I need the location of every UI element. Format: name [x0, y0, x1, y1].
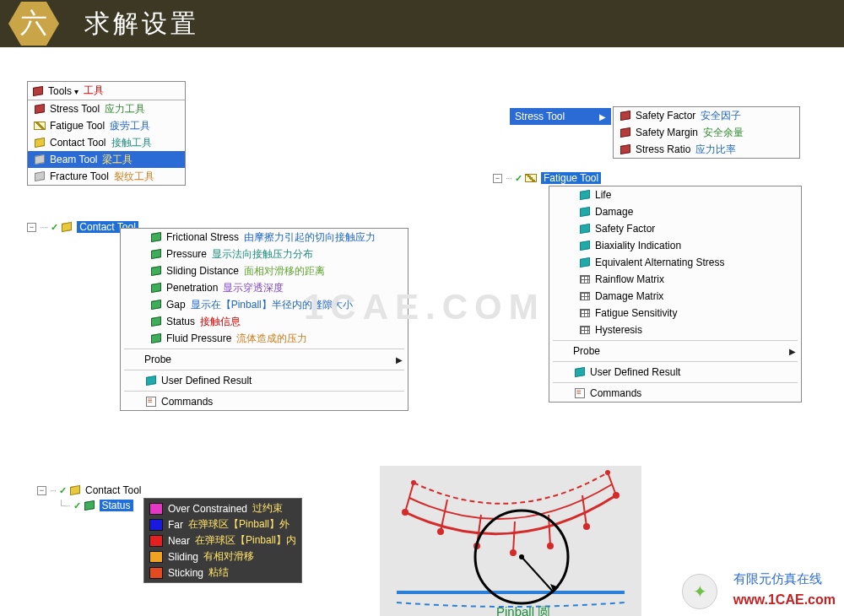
- stress-tool-submenu-header[interactable]: Stress Tool ▶: [510, 108, 611, 125]
- contact-menu-status[interactable]: Status接触信息: [144, 313, 408, 330]
- fatigue-safety-factor[interactable]: Safety Factor: [573, 220, 801, 237]
- fatigue-menu-probe[interactable]: Probe ▶: [549, 343, 801, 359]
- legend-sticking: Sticking粘结: [146, 565, 300, 581]
- check-icon: ✓: [515, 173, 522, 184]
- item-annotation: 流体造成的压力: [236, 332, 307, 346]
- cube-icon: [149, 316, 163, 327]
- legend-annotation: 在弹球区【Pinball】外: [188, 517, 289, 532]
- svg-point-18: [605, 470, 610, 475]
- contact-menu-frictional-stress[interactable]: Frictional Stress由摩擦力引起的切向接触应力: [144, 229, 408, 246]
- chevron-right-icon: ▶: [599, 112, 606, 122]
- cube-icon: [619, 143, 632, 155]
- stress-safety-factor[interactable]: Safety Factor安全因子: [614, 107, 799, 124]
- tools-dropdown-header[interactable]: Tools 工具: [28, 82, 185, 100]
- tools-dropdown[interactable]: Tools 工具 Stress Tool 应力工具 Fatigue Tool 疲…: [27, 81, 186, 186]
- contact-menu-probe[interactable]: Probe ▶: [121, 351, 408, 368]
- cube-icon: [619, 127, 632, 138]
- fracture-icon: [33, 170, 46, 182]
- item-label: User Defined Result: [590, 366, 680, 378]
- chart-icon: [578, 324, 592, 336]
- item-label: Fatigue Sensitivity: [595, 307, 677, 319]
- tools-item-contact[interactable]: Contact Tool 接触工具: [28, 134, 185, 151]
- tools-item-fatigue[interactable]: Fatigue Tool 疲劳工具: [28, 117, 185, 134]
- item-annotation: 接触工具: [111, 136, 152, 150]
- item-annotation: 应力工具: [105, 102, 145, 116]
- item-label: Probe: [573, 345, 600, 357]
- fatigue-eq-alt-stress[interactable]: Equivalent Alternating Stress: [573, 254, 801, 271]
- item-annotation: 梁工具: [102, 153, 133, 167]
- item-label: Equivalent Alternating Stress: [595, 257, 724, 268]
- contact-menu-commands[interactable]: Commands: [121, 393, 408, 410]
- tree-label-fatigue-tool[interactable]: Fatigue Tool: [541, 172, 601, 184]
- contact-icon: [60, 221, 73, 233]
- tree-label-status[interactable]: Status: [100, 500, 133, 511]
- wechat-icon: ✦: [682, 574, 717, 609]
- contact-menu-sliding-distance[interactable]: Sliding Distance面相对滑移的距离: [144, 262, 408, 279]
- legend-annotation: 粘结: [208, 565, 229, 580]
- cube-icon: [33, 103, 46, 115]
- contact-menu-pressure[interactable]: Pressure显示法向接触压力分布: [144, 246, 408, 262]
- tools-item-stress[interactable]: Stress Tool 应力工具: [28, 100, 185, 117]
- fatigue-damage[interactable]: Damage: [573, 203, 801, 220]
- item-label: Beam Tool: [50, 154, 97, 165]
- item-label: Safety Factor: [636, 110, 695, 122]
- tree-collapse-icon[interactable]: −: [27, 223, 36, 232]
- footer-brand-cn: 有限元仿真在线: [733, 571, 822, 587]
- status-legend: Over Constrained过约束 Far在弹球区【Pinball】外 Ne…: [143, 498, 302, 583]
- item-label: Stress Tool: [50, 103, 100, 115]
- commands-icon: [144, 396, 158, 408]
- item-label: Safety Factor: [595, 223, 655, 235]
- chart-icon: [578, 307, 592, 319]
- fatigue-menu-udr[interactable]: User Defined Result: [549, 364, 801, 381]
- item-label: Safety Margin: [636, 127, 698, 138]
- stress-safety-margin[interactable]: Safety Margin安全余量: [614, 124, 799, 141]
- page-title: 求解设置: [84, 7, 199, 41]
- svg-point-17: [411, 480, 416, 485]
- fatigue-menu-commands[interactable]: Commands: [549, 385, 801, 402]
- chevron-right-icon: ▶: [396, 355, 403, 365]
- item-annotation: 由摩擦力引起的切向接触应力: [244, 230, 376, 245]
- contact-menu-gap[interactable]: Gap显示在【Pinball】半径内的缝隙大小: [144, 296, 408, 313]
- legend-label: Far: [168, 519, 183, 531]
- fatigue-hysteresis[interactable]: Hysteresis: [573, 322, 801, 338]
- tree-connector: ···: [50, 484, 56, 496]
- tree-connector: ····: [40, 221, 47, 233]
- tools-item-fracture[interactable]: Fracture Tool 裂纹工具: [28, 168, 185, 185]
- tree-collapse-icon[interactable]: −: [37, 486, 46, 495]
- cube-icon: [578, 223, 592, 235]
- fatigue-life[interactable]: Life: [573, 186, 801, 203]
- item-label: Life: [595, 189, 611, 201]
- item-label: Status: [166, 316, 195, 327]
- beam-icon: [33, 154, 46, 165]
- item-label: Fluid Pressure: [166, 332, 231, 344]
- contact-icon: [33, 137, 46, 149]
- cube-icon: [149, 332, 163, 344]
- wave-icon: [33, 120, 46, 132]
- fatigue-damage-matrix[interactable]: Damage Matrix: [573, 288, 801, 305]
- stress-stress-ratio[interactable]: Stress Ratio应力比率: [614, 141, 799, 158]
- fatigue-biaxiality[interactable]: Biaxiality Indication: [573, 237, 801, 254]
- contact-menu-fluid-pressure[interactable]: Fluid Pressure流体造成的压力: [144, 330, 408, 347]
- fatigue-sensitivity[interactable]: Fatigue Sensitivity: [573, 305, 801, 322]
- fatigue-tool-menu: Life Damage Safety Factor Biaxiality Ind…: [549, 186, 802, 403]
- item-label: Frictional Stress: [166, 231, 239, 243]
- contact-menu-penetration[interactable]: Penetration显示穿透深度: [144, 279, 408, 296]
- item-annotation: 安全因子: [701, 109, 741, 123]
- user-result-icon: [573, 366, 587, 378]
- legend-label: Over Constrained: [168, 503, 247, 515]
- legend-label: Sliding: [168, 551, 198, 563]
- color-swatch: [149, 535, 163, 547]
- contact-menu-udr[interactable]: User Defined Result: [121, 372, 408, 389]
- cube-icon: [83, 500, 96, 511]
- tools-item-beam[interactable]: Beam Tool 梁工具: [28, 151, 185, 168]
- legend-annotation: 有相对滑移: [203, 549, 254, 564]
- tree-collapse-icon[interactable]: −: [493, 174, 502, 183]
- item-label: User Defined Result: [161, 375, 252, 386]
- tools-annotation: 工具: [84, 84, 104, 98]
- fatigue-rainflow[interactable]: Rainflow Matrix: [573, 271, 801, 288]
- commands-icon: [573, 387, 587, 399]
- cube-icon: [578, 257, 592, 268]
- tree-connector: └···: [57, 500, 70, 511]
- tree-label-contact-tool[interactable]: Contact Tool: [85, 484, 142, 496]
- item-annotation: 应力比率: [695, 143, 736, 157]
